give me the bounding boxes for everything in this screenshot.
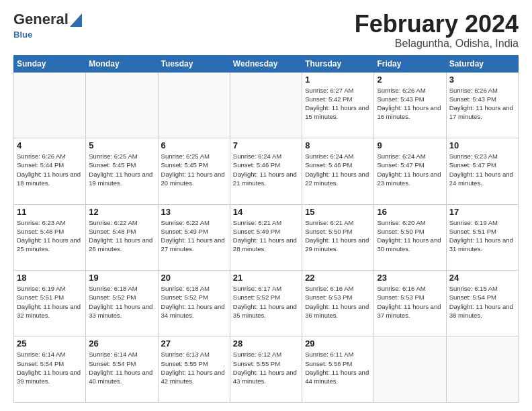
table-cell: 14Sunrise: 6:21 AMSunset: 5:49 PMDayligh… xyxy=(230,204,302,270)
table-cell xyxy=(374,336,446,403)
day-number: 1 xyxy=(305,75,371,85)
day-number: 16 xyxy=(377,207,443,217)
day-info: Sunrise: 6:20 AMSunset: 5:50 PMDaylight:… xyxy=(377,218,443,254)
table-cell: 17Sunrise: 6:19 AMSunset: 5:51 PMDayligh… xyxy=(446,204,518,270)
table-cell: 24Sunrise: 6:15 AMSunset: 5:54 PMDayligh… xyxy=(446,271,518,336)
week-row-0: 1Sunrise: 6:27 AMSunset: 5:42 PMDaylight… xyxy=(14,72,519,138)
table-cell: 7Sunrise: 6:24 AMSunset: 5:46 PMDaylight… xyxy=(230,138,302,204)
table-cell: 5Sunrise: 6:25 AMSunset: 5:45 PMDaylight… xyxy=(86,138,158,204)
day-info: Sunrise: 6:18 AMSunset: 5:52 PMDaylight:… xyxy=(161,284,227,320)
table-cell: 26Sunrise: 6:14 AMSunset: 5:54 PMDayligh… xyxy=(86,336,158,403)
day-number: 27 xyxy=(161,338,227,349)
day-number: 6 xyxy=(161,140,227,150)
svg-marker-0 xyxy=(70,13,82,27)
logo-sub-text: Blue xyxy=(13,30,32,40)
table-cell: 6Sunrise: 6:25 AMSunset: 5:45 PMDaylight… xyxy=(158,138,230,204)
table-cell: 8Sunrise: 6:24 AMSunset: 5:46 PMDaylight… xyxy=(302,138,374,204)
table-cell: 29Sunrise: 6:11 AMSunset: 5:56 PMDayligh… xyxy=(302,336,374,403)
header-tuesday: Tuesday xyxy=(158,55,230,72)
day-info: Sunrise: 6:19 AMSunset: 5:51 PMDaylight:… xyxy=(17,284,83,320)
day-info: Sunrise: 6:15 AMSunset: 5:54 PMDaylight:… xyxy=(449,284,515,320)
table-cell: 25Sunrise: 6:14 AMSunset: 5:54 PMDayligh… xyxy=(14,336,86,403)
week-row-2: 11Sunrise: 6:23 AMSunset: 5:48 PMDayligh… xyxy=(14,204,519,270)
day-number: 15 xyxy=(305,207,371,217)
day-number: 10 xyxy=(449,140,515,150)
header-thursday: Thursday xyxy=(302,55,374,72)
day-number: 14 xyxy=(233,207,299,217)
logo-general-text: General xyxy=(13,11,69,28)
day-info: Sunrise: 6:24 AMSunset: 5:46 PMDaylight:… xyxy=(233,152,299,187)
header-saturday: Saturday xyxy=(446,55,518,72)
day-info: Sunrise: 6:11 AMSunset: 5:56 PMDaylight:… xyxy=(305,350,371,385)
header-wednesday: Wednesday xyxy=(230,55,302,72)
day-info: Sunrise: 6:24 AMSunset: 5:47 PMDaylight:… xyxy=(377,152,443,187)
header-friday: Friday xyxy=(374,55,446,72)
month-title: February 2024 xyxy=(355,11,519,38)
table-cell: 20Sunrise: 6:18 AMSunset: 5:52 PMDayligh… xyxy=(158,271,230,336)
day-number: 11 xyxy=(17,207,83,217)
day-info: Sunrise: 6:26 AMSunset: 5:43 PMDaylight:… xyxy=(449,86,515,122)
table-cell: 3Sunrise: 6:26 AMSunset: 5:43 PMDaylight… xyxy=(446,72,518,138)
location: Belaguntha, Odisha, India xyxy=(355,38,519,50)
day-info: Sunrise: 6:18 AMSunset: 5:52 PMDaylight:… xyxy=(89,284,154,320)
day-number: 22 xyxy=(305,273,371,283)
day-info: Sunrise: 6:21 AMSunset: 5:49 PMDaylight:… xyxy=(233,218,299,254)
day-info: Sunrise: 6:22 AMSunset: 5:48 PMDaylight:… xyxy=(89,218,154,254)
day-info: Sunrise: 6:26 AMSunset: 5:43 PMDaylight:… xyxy=(377,86,443,122)
day-number: 26 xyxy=(89,338,154,349)
day-info: Sunrise: 6:23 AMSunset: 5:48 PMDaylight:… xyxy=(17,218,83,254)
week-row-1: 4Sunrise: 6:26 AMSunset: 5:44 PMDaylight… xyxy=(14,138,519,204)
table-cell: 21Sunrise: 6:17 AMSunset: 5:52 PMDayligh… xyxy=(230,271,302,336)
table-cell xyxy=(230,72,302,138)
table-cell: 15Sunrise: 6:21 AMSunset: 5:50 PMDayligh… xyxy=(302,204,374,270)
table-cell xyxy=(14,72,86,138)
day-info: Sunrise: 6:23 AMSunset: 5:47 PMDaylight:… xyxy=(449,152,515,187)
day-info: Sunrise: 6:22 AMSunset: 5:49 PMDaylight:… xyxy=(161,218,227,254)
day-info: Sunrise: 6:16 AMSunset: 5:53 PMDaylight:… xyxy=(305,284,371,320)
day-info: Sunrise: 6:14 AMSunset: 5:54 PMDaylight:… xyxy=(17,350,83,385)
day-info: Sunrise: 6:19 AMSunset: 5:51 PMDaylight:… xyxy=(449,218,515,254)
table-cell: 28Sunrise: 6:12 AMSunset: 5:55 PMDayligh… xyxy=(230,336,302,403)
table-cell: 12Sunrise: 6:22 AMSunset: 5:48 PMDayligh… xyxy=(86,204,158,270)
day-info: Sunrise: 6:27 AMSunset: 5:42 PMDaylight:… xyxy=(305,86,371,122)
day-number: 23 xyxy=(377,273,443,283)
table-cell: 2Sunrise: 6:26 AMSunset: 5:43 PMDaylight… xyxy=(374,72,446,138)
day-info: Sunrise: 6:24 AMSunset: 5:46 PMDaylight:… xyxy=(305,152,371,187)
header-sunday: Sunday xyxy=(14,55,86,72)
logo: General Blue xyxy=(13,11,82,40)
day-info: Sunrise: 6:17 AMSunset: 5:52 PMDaylight:… xyxy=(233,284,299,320)
day-number: 8 xyxy=(305,140,371,150)
day-number: 3 xyxy=(449,75,515,85)
day-number: 9 xyxy=(377,140,443,150)
table-cell: 13Sunrise: 6:22 AMSunset: 5:49 PMDayligh… xyxy=(158,204,230,270)
page: General Blue February 2024 Belaguntha, O… xyxy=(0,0,532,411)
day-number: 20 xyxy=(161,273,227,283)
day-info: Sunrise: 6:25 AMSunset: 5:45 PMDaylight:… xyxy=(161,152,227,187)
table-cell: 11Sunrise: 6:23 AMSunset: 5:48 PMDayligh… xyxy=(14,204,86,270)
header-monday: Monday xyxy=(86,55,158,72)
day-number: 18 xyxy=(17,273,83,283)
table-cell: 23Sunrise: 6:16 AMSunset: 5:53 PMDayligh… xyxy=(374,271,446,336)
day-number: 7 xyxy=(233,140,299,150)
day-number: 28 xyxy=(233,338,299,349)
header: General Blue February 2024 Belaguntha, O… xyxy=(13,11,519,50)
day-info: Sunrise: 6:25 AMSunset: 5:45 PMDaylight:… xyxy=(89,152,154,187)
day-number: 12 xyxy=(89,207,154,217)
day-number: 13 xyxy=(161,207,227,217)
logo-triangle-icon xyxy=(70,13,82,27)
day-info: Sunrise: 6:14 AMSunset: 5:54 PMDaylight:… xyxy=(89,350,154,385)
table-cell: 27Sunrise: 6:13 AMSunset: 5:55 PMDayligh… xyxy=(158,336,230,403)
day-info: Sunrise: 6:13 AMSunset: 5:55 PMDaylight:… xyxy=(161,350,227,385)
week-row-4: 25Sunrise: 6:14 AMSunset: 5:54 PMDayligh… xyxy=(14,336,519,403)
table-cell: 1Sunrise: 6:27 AMSunset: 5:42 PMDaylight… xyxy=(302,72,374,138)
table-cell xyxy=(158,72,230,138)
day-number: 29 xyxy=(305,338,371,349)
calendar-table: Sunday Monday Tuesday Wednesday Thursday… xyxy=(13,55,519,403)
day-info: Sunrise: 6:26 AMSunset: 5:44 PMDaylight:… xyxy=(17,152,83,187)
day-info: Sunrise: 6:12 AMSunset: 5:55 PMDaylight:… xyxy=(233,350,299,385)
day-number: 2 xyxy=(377,75,443,85)
table-cell xyxy=(446,336,518,403)
table-cell: 16Sunrise: 6:20 AMSunset: 5:50 PMDayligh… xyxy=(374,204,446,270)
day-info: Sunrise: 6:16 AMSunset: 5:53 PMDaylight:… xyxy=(377,284,443,320)
day-number: 4 xyxy=(17,140,83,150)
